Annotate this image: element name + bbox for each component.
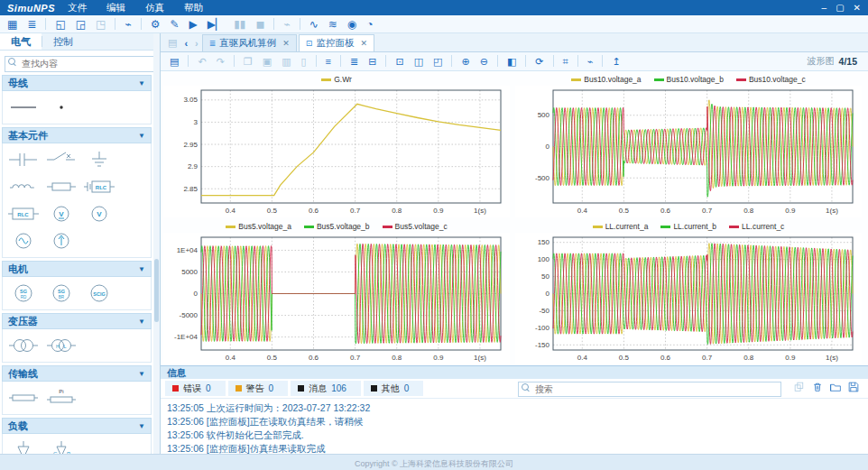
svg-text:0.4: 0.4 — [226, 207, 236, 215]
sidebar-scrollbar[interactable] — [153, 33, 160, 454]
overlay-icon[interactable]: ◧ — [503, 53, 520, 69]
transformer-2w-icon[interactable] — [6, 333, 41, 358]
fit-height-icon[interactable]: ◰ — [429, 53, 446, 69]
filter-messages[interactable]: 消息106 — [291, 381, 361, 396]
series-rlc-icon[interactable]: RLC — [82, 174, 116, 199]
section-header-3[interactable]: 变压器▼ — [2, 313, 152, 329]
bus-node-icon[interactable] — [44, 95, 78, 120]
menu-help[interactable]: 帮助 — [184, 2, 203, 14]
cvp-load-icon[interactable]: CP — [44, 438, 78, 454]
filter-warnings[interactable]: 警告0 — [228, 381, 289, 396]
capacitor-icon[interactable] — [6, 147, 41, 172]
signal-icon[interactable]: ⌁ — [584, 53, 597, 69]
nav-back-icon[interactable]: ‹ — [180, 38, 191, 51]
restore-button[interactable]: ▢ — [836, 3, 844, 13]
section-header-0[interactable]: 母线▼ — [2, 75, 152, 91]
voltmeter-icon[interactable]: V — [44, 201, 78, 226]
fit-window-icon[interactable]: ⊡ — [392, 53, 407, 69]
chart-ll-current[interactable]: LL.current_aLL.current_bLL.current_c-150… — [515, 220, 862, 365]
zoom-out-icon[interactable]: ⊖ — [476, 53, 492, 69]
save-log-icon[interactable] — [847, 381, 860, 397]
minimize-button[interactable]: – — [822, 3, 827, 13]
section-header-4[interactable]: 传输线▼ — [2, 365, 152, 382]
open-log-icon[interactable] — [829, 381, 842, 397]
svg-text:0.8: 0.8 — [743, 354, 754, 362]
section-header-1[interactable]: 基本元件▼ — [2, 127, 152, 143]
tab-electrical[interactable]: 电气 — [0, 33, 42, 50]
filter-others[interactable]: 其他0 — [364, 381, 424, 396]
tab-monitor-panel[interactable]: ⊡ 监控面板 ✕ — [299, 34, 374, 51]
legend-item: LL.current_c — [729, 222, 784, 231]
stop-icon: ◼ — [252, 16, 268, 32]
log-search-input[interactable] — [518, 382, 781, 397]
voltmeter2-icon[interactable]: V — [82, 201, 116, 226]
ground-icon[interactable] — [82, 147, 116, 172]
scope-icon[interactable]: ◉ — [344, 16, 360, 32]
bus-line-icon[interactable] — [6, 95, 41, 120]
inductor-icon[interactable] — [6, 174, 41, 199]
main-toolbar: ▦≣◱◲◳⌁⚙✎▶▶▏▮▮◼⌁∿≋◉◔ — [0, 15, 868, 33]
edit-icon[interactable]: ✎ — [166, 16, 182, 32]
section-header-5[interactable]: 负载▼ — [2, 418, 152, 434]
sg-machine-icon[interactable]: SGRD — [6, 281, 41, 306]
layout-rows-icon[interactable]: ≣ — [346, 53, 362, 69]
parallel-rlc-icon[interactable]: RLC — [6, 201, 41, 226]
save-icon: ◳ — [92, 16, 109, 32]
svg-text:0.6: 0.6 — [309, 354, 319, 362]
close-tab-icon[interactable]: ✕ — [360, 39, 367, 48]
section-header-2[interactable]: 电机▼ — [2, 261, 152, 277]
export-report-icon[interactable]: ▤ — [166, 53, 182, 69]
svg-text:-5000: -5000 — [180, 311, 199, 319]
menu-simulation[interactable]: 仿真 — [145, 2, 164, 14]
wiring-tool-icon[interactable]: ⌁ — [121, 16, 134, 32]
export-model-icon[interactable]: ◲ — [72, 16, 89, 32]
layout-columns-icon[interactable]: ⊟ — [365, 53, 380, 69]
nav-forward-icon[interactable]: › — [191, 38, 202, 51]
doc-list-icon[interactable]: ▤ — [164, 37, 180, 51]
step-run-icon[interactable]: ▶▏ — [204, 16, 227, 32]
layout-list-icon[interactable]: ≡ — [322, 53, 335, 69]
svg-text:SG: SG — [58, 289, 65, 294]
svg-text:0.4: 0.4 — [226, 354, 236, 362]
switch-icon[interactable] — [44, 147, 78, 172]
import-model-icon[interactable]: ◱ — [51, 16, 69, 32]
run-icon[interactable]: ▶ — [186, 16, 201, 32]
current-source-icon[interactable] — [44, 228, 78, 253]
project-list-icon[interactable]: ≣ — [23, 16, 40, 32]
refresh-icon[interactable]: ⟳ — [531, 53, 547, 69]
sg-br-machine-icon[interactable]: SGBR — [44, 281, 78, 306]
resistor-icon[interactable] — [44, 174, 78, 199]
component-search-input[interactable] — [5, 56, 155, 72]
export-image-icon[interactable]: ↥ — [608, 53, 623, 69]
chart-bus10-voltage[interactable]: Bus10.voltage_aBus10.voltage_bBus10.volt… — [515, 73, 862, 218]
tab-control[interactable]: 控制 — [42, 33, 84, 50]
load-icon[interactable] — [6, 438, 41, 454]
zoom-in-icon[interactable]: ⊕ — [457, 53, 473, 69]
close-tab-icon[interactable]: ✕ — [282, 39, 290, 48]
fit-width-icon[interactable]: ◫ — [411, 53, 427, 69]
svg-text:0: 0 — [194, 290, 199, 298]
menu-file[interactable]: 文件 — [68, 2, 87, 14]
menu-edit[interactable]: 编辑 — [106, 2, 125, 14]
new-project-icon[interactable]: ▦ — [4, 16, 21, 32]
chart-gwr[interactable]: G.Wr2.852.92.9533.050.40.50.60.70.80.91(… — [163, 73, 510, 218]
chevron-down-icon: ▼ — [138, 422, 145, 430]
waveform-icon[interactable]: ∿ — [306, 16, 322, 32]
scig-machine-icon[interactable]: SCIG — [82, 281, 116, 306]
transformer-3w-icon[interactable]: HL — [44, 333, 78, 358]
chart-bus5-voltage[interactable]: Bus5.voltage_aBus5.voltage_bBus5.voltage… — [163, 220, 510, 365]
compile-icon[interactable]: ⚙ — [147, 16, 164, 32]
crosshair-icon[interactable]: ⌗ — [559, 53, 572, 69]
pi-line-icon[interactable]: Pi — [44, 385, 78, 410]
close-button[interactable]: ✕ — [854, 3, 861, 13]
sidebar-tabs: 电气 控制 — [0, 33, 160, 51]
svg-text:1(s): 1(s) — [826, 207, 838, 215]
gauge-icon[interactable]: ◔ — [363, 16, 376, 32]
filter-errors[interactable]: 错误0 — [165, 381, 226, 396]
svg-text:0.9: 0.9 — [433, 354, 444, 362]
delete-log-icon[interactable] — [811, 381, 824, 397]
parameter-icon[interactable]: ≋ — [325, 16, 341, 32]
ac-source-icon[interactable] — [6, 228, 41, 253]
line-section-icon[interactable] — [6, 385, 41, 410]
tab-wind-turbine-example[interactable]: ≣ 直驱风机算例 ✕ — [202, 34, 297, 51]
